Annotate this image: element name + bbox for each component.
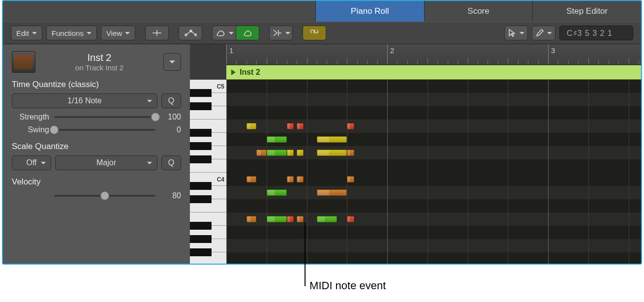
midi-note[interactable] [287, 123, 294, 129]
velocity-slider[interactable] [54, 191, 155, 201]
midi-note[interactable] [297, 123, 304, 129]
palette-icon [242, 29, 253, 37]
track-header: Inst 2 on Track Inst 2 [12, 51, 181, 73]
automation-curve-button[interactable] [179, 26, 202, 40]
midi-note[interactable] [317, 150, 347, 156]
velocity-color-button[interactable] [236, 26, 259, 40]
palette-icon [215, 29, 226, 37]
piano-roll-window: Piano Roll Score Step Editor Edit Functi… [2, 0, 642, 265]
toolbar: Edit Functions View [3, 22, 641, 44]
inspector-panel: Inst 2 on Track Inst 2 Time Quantize (cl… [3, 44, 190, 264]
chevron-down-icon [147, 162, 152, 164]
tab-piano-roll[interactable]: Piano Roll [315, 1, 424, 22]
midi-note[interactable] [347, 123, 354, 129]
midi-note[interactable] [297, 176, 304, 182]
swing-slider[interactable] [54, 125, 155, 135]
pointer-icon [508, 29, 517, 37]
midi-note[interactable] [246, 216, 256, 222]
chevron-down-icon [169, 60, 175, 63]
midi-note[interactable] [287, 176, 294, 182]
midi-note[interactable] [256, 150, 266, 156]
instrument-icon [12, 51, 35, 73]
tab-score[interactable]: Score [424, 1, 533, 22]
region-color-button[interactable] [212, 26, 236, 40]
time-quantize-title: Time Quantize (classic) [12, 80, 181, 90]
midi-note[interactable] [246, 123, 256, 129]
midi-note[interactable] [347, 216, 354, 222]
chevron-down-icon [87, 32, 92, 34]
midi-note[interactable] [317, 136, 347, 143]
time-quantize-select[interactable]: 1/16 Note [12, 93, 157, 108]
midi-note[interactable] [317, 189, 347, 196]
chevron-down-icon [229, 32, 234, 34]
chevron-down-icon [147, 100, 152, 102]
midi-note[interactable] [267, 150, 287, 156]
color-mode-group [212, 26, 259, 40]
editor-tabs: Piano Roll Score Step Editor [3, 1, 641, 22]
midi-note[interactable] [317, 216, 337, 222]
link-icon [308, 29, 320, 37]
catch-playhead-button[interactable] [145, 26, 169, 40]
chevron-down-icon [125, 32, 130, 34]
region-header[interactable]: Inst 2 [226, 65, 641, 80]
chevron-down-icon [32, 32, 37, 34]
chevron-down-icon [41, 162, 46, 164]
piano-keyboard[interactable]: C5C4 [190, 80, 226, 264]
edit-menu[interactable]: Edit [11, 26, 42, 40]
tab-step-editor[interactable]: Step Editor [532, 1, 641, 22]
note-grid[interactable] [226, 80, 641, 264]
midi-note[interactable] [297, 216, 304, 222]
curve-icon [184, 29, 197, 37]
midi-note[interactable] [267, 136, 287, 143]
scale-quantize-button[interactable]: Q [161, 155, 181, 170]
annotation-line [305, 222, 306, 286]
bar-ruler[interactable]: 123 [226, 44, 641, 65]
midi-note[interactable] [267, 189, 287, 196]
pencil-tool[interactable] [532, 26, 555, 40]
link-button[interactable] [303, 26, 326, 40]
catch-icon [152, 29, 162, 37]
quantize-button[interactable]: Q [161, 93, 181, 108]
scale-quantize-title: Scale Quantize [12, 142, 181, 151]
functions-menu[interactable]: Functions [46, 26, 97, 40]
strength-value: 100 [160, 113, 181, 121]
info-display: C♯3 5 3 2 1 [559, 26, 633, 40]
velocity-title: Velocity [12, 177, 181, 187]
region-name: Inst 2 [240, 68, 260, 77]
midi-note[interactable] [287, 150, 294, 156]
swing-value: 0 [160, 125, 181, 134]
midi-note[interactable] [297, 150, 304, 156]
pointer-tool[interactable] [504, 26, 528, 40]
chevron-down-icon [520, 32, 524, 34]
scale-mode-select[interactable]: Major [55, 155, 157, 170]
midi-note[interactable] [287, 216, 294, 222]
midi-note[interactable] [347, 176, 354, 182]
play-icon [231, 69, 236, 75]
view-menu[interactable]: View [101, 26, 135, 40]
collapse-notes-button[interactable] [269, 26, 293, 40]
strength-slider[interactable] [54, 112, 155, 122]
pencil-icon [535, 29, 544, 37]
chevron-down-icon [285, 32, 290, 34]
midi-note[interactable] [267, 216, 287, 222]
midi-note[interactable] [347, 150, 354, 156]
swing-label: Swing [12, 125, 49, 134]
chevron-down-icon [547, 32, 552, 34]
velocity-value: 80 [160, 191, 181, 200]
collapse-icon [272, 29, 282, 37]
annotation-text: MIDI note event [309, 279, 386, 292]
track-subtitle: on Track Inst 2 [42, 63, 156, 72]
strength-label: Strength [12, 113, 49, 121]
inspector-disclosure-button[interactable] [163, 53, 181, 71]
scale-root-select[interactable]: Off [12, 155, 51, 170]
track-name: Inst 2 [42, 52, 156, 63]
midi-note[interactable] [246, 176, 256, 182]
